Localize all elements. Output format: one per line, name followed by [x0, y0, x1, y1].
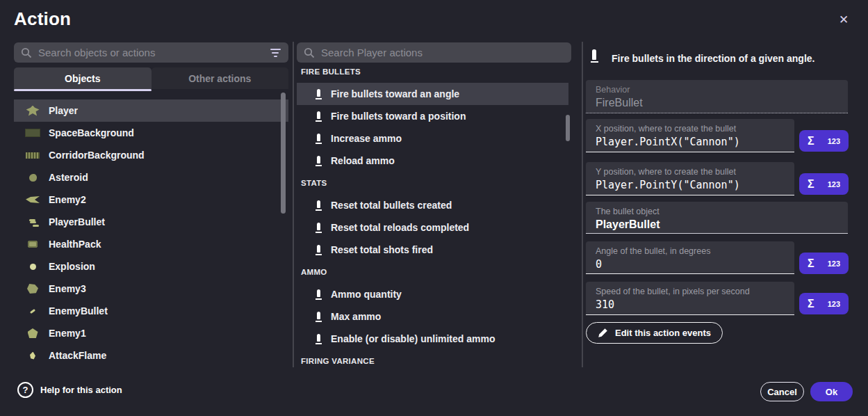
- cancel-button[interactable]: Cancel: [760, 382, 804, 401]
- object-row-healthpack[interactable]: HealthPack: [14, 233, 288, 255]
- objects-search-bar[interactable]: [14, 42, 288, 63]
- action-description: Fire bullets in the direction of a given…: [612, 52, 844, 65]
- action-list: FIRE BULLETS Fire bullets toward an angl…: [297, 61, 568, 367]
- middle-scrollbar[interactable]: [566, 115, 570, 141]
- speed-field[interactable]: Speed of the bullet, in pixels per secon…: [586, 282, 794, 315]
- behavior-field[interactable]: Behavior FireBullet: [586, 80, 848, 113]
- panel-divider-left: [293, 42, 294, 367]
- action-dialog: Action ✕ Objects Other actions Player Sp…: [0, 0, 868, 416]
- attack-flame-sprite-icon: [25, 352, 40, 360]
- object-row-enemy2[interactable]: Enemy2: [14, 189, 288, 211]
- sigma-icon: Σ: [808, 135, 814, 147]
- close-icon[interactable]: ✕: [834, 10, 853, 29]
- object-row-player[interactable]: Player: [14, 99, 288, 122]
- action-row-fire-position[interactable]: Fire bullets toward a position: [297, 105, 568, 127]
- asteroid-sprite-icon: [25, 174, 40, 182]
- y-position-field[interactable]: Y position, where to create the bullet P…: [586, 162, 794, 195]
- action-row-increase-ammo[interactable]: Increase ammo: [297, 127, 568, 150]
- actions-search-input[interactable]: [321, 47, 564, 58]
- x-position-field[interactable]: X position, where to create the bullet P…: [586, 119, 794, 152]
- bullet-icon: [315, 223, 322, 233]
- help-link[interactable]: ? Help for this action: [17, 382, 122, 398]
- object-row-enemybullet[interactable]: EnemyBullet: [14, 300, 288, 322]
- object-row-asteroid[interactable]: Asteroid: [14, 166, 288, 189]
- explosion-sprite-icon: [25, 264, 40, 270]
- x-expression-button[interactable]: Σ 123: [799, 130, 849, 152]
- action-group-header: FIRING VARIANCE: [297, 350, 568, 367]
- action-row-ammo-quantity[interactable]: Ammo quantity: [297, 283, 568, 305]
- tab-other-actions[interactable]: Other actions: [152, 67, 289, 89]
- numeric-badge: 123: [828, 300, 840, 308]
- bullet-icon: [315, 111, 322, 122]
- bullet-icon: [315, 289, 322, 300]
- numeric-badge: 123: [828, 180, 840, 189]
- action-row-fire-angle[interactable]: Fire bullets toward an angle: [297, 83, 568, 105]
- action-row-unlimited-ammo[interactable]: Enable (or disable) unlimited ammo: [297, 328, 568, 350]
- bullet-icon: [315, 156, 322, 166]
- action-group-header: FIRE BULLETS: [297, 61, 568, 83]
- dialog-title: Action: [14, 8, 71, 30]
- object-row-spacebackground[interactable]: SpaceBackground: [14, 122, 288, 144]
- search-icon: [304, 47, 315, 58]
- player-sprite-icon: [25, 106, 40, 116]
- action-group-header: AMMO: [297, 261, 568, 283]
- sigma-icon: Σ: [808, 257, 814, 270]
- edit-action-events-button[interactable]: Edit this action events: [586, 322, 723, 344]
- action-row-reload-ammo[interactable]: Reload ammo: [297, 150, 568, 172]
- action-row-reset-shots-fired[interactable]: Reset total shots fired: [297, 239, 568, 261]
- search-icon: [21, 47, 32, 58]
- player-bullet-sprite-icon: [25, 221, 40, 223]
- enemy3-sprite-icon: [25, 284, 40, 294]
- angle-field[interactable]: Angle of the bullet, in degrees 0: [586, 241, 794, 274]
- object-row-corridorbackground[interactable]: CorridorBackground: [14, 144, 288, 166]
- object-row-enemy3[interactable]: Enemy3: [14, 278, 288, 300]
- numeric-badge: 123: [828, 259, 840, 268]
- bullet-icon: [315, 134, 322, 144]
- corridor-background-sprite-icon: [25, 152, 40, 159]
- object-row-attackflame[interactable]: AttackFlame: [14, 344, 288, 367]
- objects-search-input[interactable]: [38, 47, 263, 58]
- health-pack-sprite-icon: [25, 241, 40, 248]
- ok-button[interactable]: Ok: [810, 382, 853, 401]
- actions-search-bar[interactable]: [297, 42, 571, 63]
- object-list: Player SpaceBackground CorridorBackgroun…: [14, 99, 288, 367]
- speed-expression-button[interactable]: Σ 123: [799, 293, 849, 314]
- object-row-enemy1[interactable]: Enemy1: [14, 322, 288, 344]
- enemy2-sprite-icon: [25, 196, 40, 203]
- bullet-icon: [315, 334, 322, 344]
- sigma-icon: Σ: [808, 298, 814, 310]
- angle-expression-button[interactable]: Σ 123: [799, 253, 849, 274]
- bullet-icon: [315, 89, 322, 99]
- enemy-bullet-sprite-icon: [25, 310, 40, 312]
- sigma-icon: Σ: [808, 178, 814, 191]
- pencil-icon: [598, 328, 608, 338]
- bullet-icon: [315, 200, 322, 211]
- filter-icon[interactable]: [269, 49, 281, 57]
- left-tabs: Objects Other actions: [14, 67, 288, 89]
- panel-divider-right: [582, 42, 583, 367]
- action-group-header: STATS: [297, 172, 568, 194]
- enemy1-sprite-icon: [25, 328, 40, 338]
- bullet-icon: [591, 49, 598, 63]
- bullet-object-field[interactable]: The bullet object PlayerBullet: [586, 202, 848, 234]
- tab-objects[interactable]: Objects: [14, 67, 152, 89]
- object-row-playerbullet[interactable]: PlayerBullet: [14, 211, 288, 233]
- object-row-explosion[interactable]: Explosion: [14, 255, 288, 278]
- bullet-icon: [315, 312, 322, 322]
- y-expression-button[interactable]: Σ 123: [799, 173, 849, 195]
- bullet-icon: [315, 245, 322, 255]
- space-background-sprite-icon: [25, 129, 40, 137]
- left-scrollbar[interactable]: [281, 93, 286, 214]
- action-row-max-ammo[interactable]: Max ammo: [297, 305, 568, 328]
- numeric-badge: 123: [828, 137, 840, 145]
- action-row-reset-bullets-created[interactable]: Reset total bullets created: [297, 194, 568, 216]
- help-icon: ?: [17, 382, 33, 398]
- action-row-reset-reloads-completed[interactable]: Reset total reloads completed: [297, 216, 568, 239]
